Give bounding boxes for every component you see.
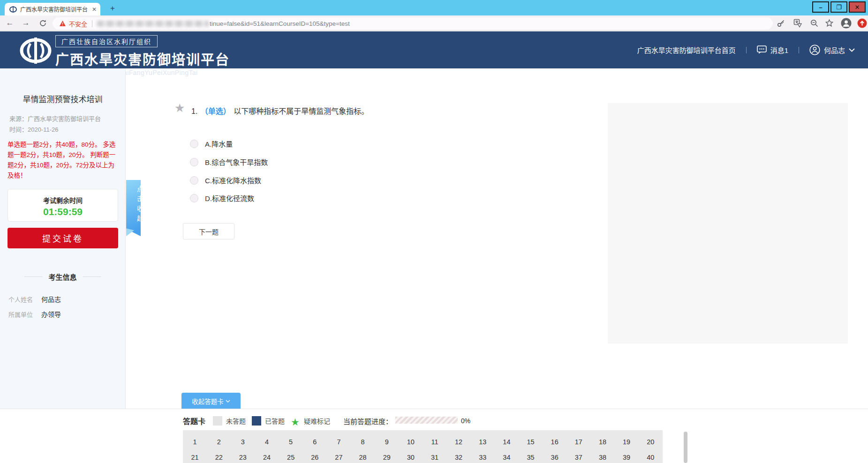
- question-number-cell[interactable]: 3: [231, 434, 255, 450]
- question-number-cell[interactable]: 10: [399, 434, 423, 450]
- question-number-cell[interactable]: 32: [447, 450, 471, 463]
- key-icon[interactable]: [777, 19, 786, 28]
- radio-button[interactable]: [190, 140, 198, 148]
- back-icon[interactable]: ←: [5, 18, 15, 28]
- refresh-icon[interactable]: [38, 18, 48, 28]
- question-mark-star-icon[interactable]: ★: [174, 101, 185, 115]
- question-number-cell[interactable]: 5: [279, 434, 303, 450]
- answer-card-toggle-button[interactable]: 收起答题卡: [181, 393, 241, 409]
- browser-tab[interactable]: 广西水旱灾害防御培训平台 ✕: [5, 3, 100, 15]
- message-icon[interactable]: [757, 45, 767, 54]
- radio-button[interactable]: [190, 194, 198, 202]
- question-number-cell[interactable]: 24: [255, 450, 279, 463]
- restore-button[interactable]: ❐: [830, 1, 847, 13]
- question-number-cell[interactable]: 1: [183, 434, 207, 450]
- question-number-cell[interactable]: 4: [255, 434, 279, 450]
- question-number-cell[interactable]: 14: [495, 434, 519, 450]
- user-name[interactable]: 何品志: [824, 45, 845, 55]
- option-label: A.降水量: [205, 139, 233, 149]
- scrollbar-thumb[interactable]: [684, 432, 687, 463]
- radio-button[interactable]: [190, 176, 198, 185]
- radio-button[interactable]: [190, 158, 198, 166]
- submit-exam-button[interactable]: 提交试卷: [8, 228, 118, 248]
- sidebar-collapse-ribbon[interactable]: 点击收起: [126, 180, 141, 236]
- nav-home-link[interactable]: 广西水旱灾害防御培训平台首页: [637, 45, 736, 55]
- option-c[interactable]: C.标准化降水指数: [190, 175, 261, 185]
- option-b[interactable]: B.综合气象干旱指数: [190, 157, 268, 167]
- url-bar[interactable]: 不安全 tinue=false&id=51&learnCourseID=105&…: [53, 17, 773, 30]
- question-number-cell[interactable]: 25: [279, 450, 303, 463]
- question-number-cell[interactable]: 9: [375, 434, 399, 450]
- option-a[interactable]: A.降水量: [190, 139, 233, 149]
- question-number-cell[interactable]: 40: [639, 450, 663, 463]
- timer-label: 考试剩余时间: [8, 195, 118, 205]
- update-icon[interactable]: [857, 18, 867, 28]
- browser-profile-icon[interactable]: [841, 18, 852, 29]
- grid-row-2: 2122232425262728293031323334353637383940: [183, 450, 663, 463]
- tab-close-icon[interactable]: ✕: [92, 6, 97, 13]
- legend-marked: 疑难标记: [304, 416, 330, 426]
- url-separator: [92, 20, 92, 27]
- forward-icon[interactable]: →: [21, 18, 31, 28]
- question-number-cell[interactable]: 29: [375, 450, 399, 463]
- site-header: 广西壮族自治区水利厅组织 广西水旱灾害防御培训平台 GuangXiShuiHan…: [0, 31, 868, 68]
- question-number-cell[interactable]: 28: [351, 450, 375, 463]
- question-number-cell[interactable]: 38: [590, 450, 614, 463]
- right-empty-panel: [608, 103, 848, 344]
- org-badge: 广西壮族自治区水利厅组织: [55, 35, 158, 47]
- examinee-section-header: 考生信息: [0, 272, 125, 282]
- answered-swatch: [252, 416, 261, 426]
- question-number-cell[interactable]: 39: [615, 450, 639, 463]
- question-number-grid: 1234567891011121314151617181920 21222324…: [183, 430, 663, 463]
- question-number-cell[interactable]: 18: [590, 434, 614, 450]
- marked-star-icon: ★: [291, 416, 300, 428]
- question-number-cell[interactable]: 36: [543, 450, 566, 463]
- question-number: 1.: [191, 107, 197, 115]
- question-number-cell[interactable]: 7: [327, 434, 351, 450]
- question-number-cell[interactable]: 31: [423, 450, 446, 463]
- question-number-cell[interactable]: 17: [566, 434, 590, 450]
- question-number-cell[interactable]: 13: [471, 434, 495, 450]
- minimize-button[interactable]: –: [812, 1, 829, 13]
- grid-row-1: 1234567891011121314151617181920: [183, 434, 663, 450]
- new-tab-button[interactable]: +: [107, 3, 118, 14]
- exam-sidebar: 旱情监测预警技术培训 来源：广西水旱灾害防御培训平台 时间：2020-11-26…: [0, 68, 126, 463]
- zoom-icon[interactable]: [810, 19, 819, 28]
- question-number-cell[interactable]: 35: [519, 450, 543, 463]
- question-number-cell[interactable]: 34: [495, 450, 519, 463]
- question-number-cell[interactable]: 20: [639, 434, 663, 450]
- divider-line: [24, 276, 42, 277]
- close-button[interactable]: ✕: [849, 1, 866, 13]
- question-number-cell[interactable]: 26: [303, 450, 327, 463]
- option-d[interactable]: D.标准化径流数: [190, 193, 254, 203]
- question-text: 以下哪种指标不属于旱情监测气象指标。: [234, 107, 369, 115]
- question-number-cell[interactable]: 16: [543, 434, 566, 450]
- question-number-cell[interactable]: 11: [423, 434, 446, 450]
- question-number-cell[interactable]: 12: [447, 434, 471, 450]
- question-number-cell[interactable]: 8: [351, 434, 375, 450]
- translate-icon[interactable]: [793, 19, 803, 28]
- question-number-cell[interactable]: 21: [183, 450, 207, 463]
- question-number-cell[interactable]: 22: [207, 450, 231, 463]
- question-number-cell[interactable]: 30: [399, 450, 423, 463]
- next-question-button[interactable]: 下一题: [183, 223, 234, 239]
- question-number-cell[interactable]: 37: [566, 450, 590, 463]
- user-avatar-icon[interactable]: [809, 45, 820, 55]
- url-text: tinue=false&id=51&learnCourseID=105&type…: [210, 20, 350, 27]
- question-number-cell[interactable]: 19: [615, 434, 639, 450]
- messages-link[interactable]: 消息1: [770, 45, 788, 55]
- browser-toolbar: ← → 不安全 tinue=false&id=51&learnCourseID=…: [0, 15, 868, 31]
- bookmark-star-icon[interactable]: [825, 19, 834, 28]
- answer-card-panel: 答题卡 未答题 已答题 ★ 疑难标记 当前答题进度： 0% 1234567891…: [0, 409, 868, 463]
- question-number-cell[interactable]: 27: [327, 450, 351, 463]
- question-number-cell[interactable]: 2: [207, 434, 231, 450]
- examinee-unit-row: 所属单位 办领导: [8, 310, 33, 319]
- question-number-cell[interactable]: 33: [471, 450, 495, 463]
- question-number-cell[interactable]: 6: [303, 434, 327, 450]
- question-number-cell[interactable]: 15: [519, 434, 543, 450]
- timer-value: 01:59:59: [8, 206, 118, 217]
- ribbon-label: 点击收起: [130, 186, 144, 225]
- chevron-down-icon[interactable]: [849, 48, 855, 52]
- course-title: 旱情监测预警技术培训: [0, 93, 125, 105]
- question-number-cell[interactable]: 23: [231, 450, 255, 463]
